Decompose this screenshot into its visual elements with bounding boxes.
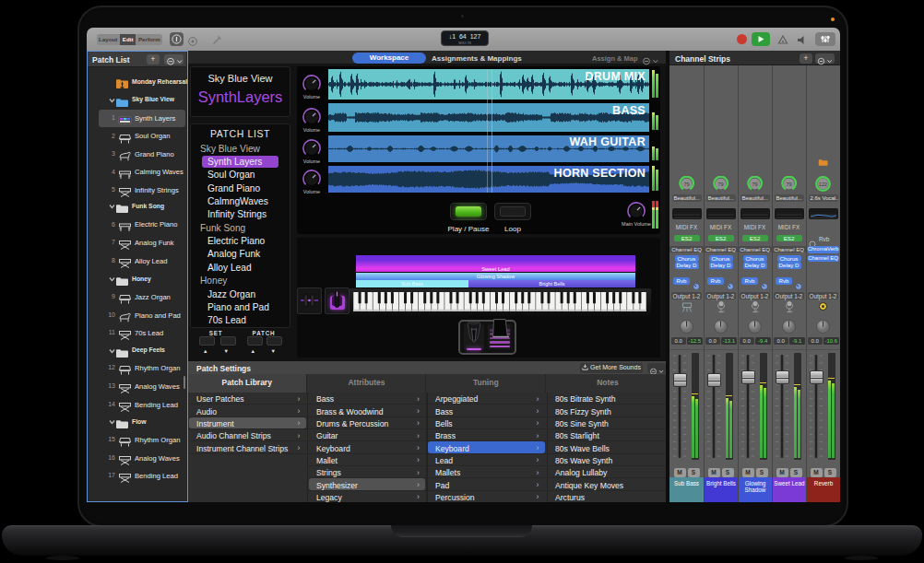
- svg-text:79: 79: [683, 181, 689, 186]
- svg-text:79: 79: [786, 181, 791, 186]
- svg-text:79: 79: [717, 181, 723, 186]
- svg-text:79: 79: [752, 181, 757, 186]
- svg-text:122: 122: [819, 181, 827, 186]
